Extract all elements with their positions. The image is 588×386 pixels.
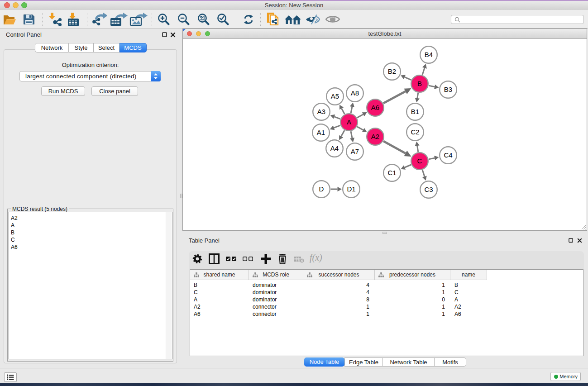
svg-text:A5: A5 xyxy=(331,92,339,100)
svg-text:B3: B3 xyxy=(444,86,452,93)
svg-text:C3: C3 xyxy=(424,186,433,193)
svg-text:A6: A6 xyxy=(371,104,379,111)
svg-text:A3: A3 xyxy=(317,108,325,115)
svg-text:A2: A2 xyxy=(371,133,379,140)
svg-text:A8: A8 xyxy=(351,89,359,97)
svg-text:B4: B4 xyxy=(425,51,433,58)
svg-text:A4: A4 xyxy=(330,144,339,152)
svg-text:B: B xyxy=(417,80,422,87)
svg-text:C: C xyxy=(417,157,422,165)
svg-text:B1: B1 xyxy=(411,108,419,115)
svg-text:C4: C4 xyxy=(444,151,452,159)
svg-text:C2: C2 xyxy=(411,128,419,136)
svg-text:A: A xyxy=(347,118,351,126)
svg-text:A1: A1 xyxy=(317,129,325,136)
svg-text:B2: B2 xyxy=(388,67,396,75)
svg-text:A7: A7 xyxy=(351,148,359,155)
svg-text:C1: C1 xyxy=(387,169,396,176)
svg-text:D1: D1 xyxy=(347,185,355,193)
svg-text:D: D xyxy=(319,185,324,193)
